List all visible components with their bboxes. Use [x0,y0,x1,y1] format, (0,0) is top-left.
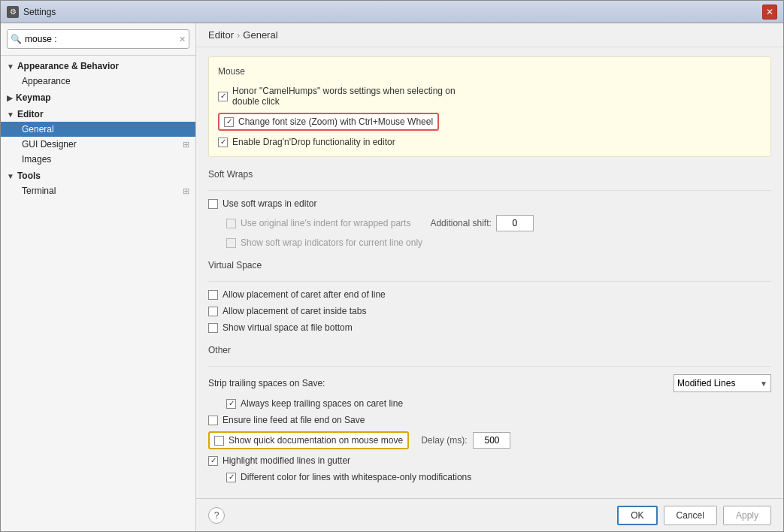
checkbox-diff-whitespace[interactable] [226,473,236,482]
content-area: 🔍 ✕ ▼ Appearance & Behavior Appearance [1,23,783,531]
delay-label: Delay (ms): [421,435,467,446]
strip-trailing-value: Modified Lines [677,378,735,388]
label-caret-inside-tabs: Allow placement of caret inside tabs [222,306,366,316]
option-virtual-space-bottom: Show virtual space at file bottom [208,322,771,333]
sidebar-item-label: General [22,124,54,135]
quick-doc-highlight: Show quick documentation on mouse move [208,431,409,449]
other-section: Other Strip trailing spaces on Save: Mod… [208,345,771,482]
sidebar-item-general[interactable]: General [1,122,195,137]
settings-content: Mouse Honor "CamelHumps" words settings … [196,47,783,498]
label-line-feed: Ensure line feed at file end on Save [222,415,365,425]
label-highlight-modified: Highlight modified lines in gutter [222,455,350,466]
expand-arrow-keymap: ▶ [7,94,13,102]
close-button[interactable]: ✕ [762,5,777,20]
expand-arrow-editor: ▼ [7,110,14,119]
strip-trailing-label: Strip trailing spaces on Save: [208,378,325,388]
sidebar-item-tools[interactable]: ▼ Tools [1,168,195,183]
sidebar-item-keymap[interactable]: ▶ Keymap [1,90,195,105]
sidebar-item-label: Tools [17,171,41,181]
nav-section-tools: ▼ Tools Terminal ⊞ [1,168,195,198]
checkbox-wrap-indicators[interactable] [226,238,236,248]
virtual-space-title: Virtual Space [208,260,771,274]
delay-input[interactable] [473,432,510,449]
title-bar: ⚙ Settings ✕ [1,1,783,23]
option-highlight-modified: Highlight modified lines in gutter [208,455,771,466]
option-use-soft-wraps: Use soft wraps in editor [208,198,771,209]
option-camel-humps: Honor "CamelHumps" words settings when s… [218,86,761,107]
sidebar-item-label: Images [22,154,51,165]
sidebar-item-label: Editor [17,109,44,119]
checkbox-quick-doc[interactable] [214,436,224,446]
sidebar-item-label: Appearance [22,76,71,86]
sidebar-item-terminal[interactable]: Terminal ⊞ [1,183,195,198]
sidebar-item-images[interactable]: Images [1,152,195,167]
option-wrap-indicators: Show soft wrap indicators for current li… [208,237,771,248]
checkbox-camel-humps[interactable] [218,92,228,101]
nav-section-keymap: ▶ Keymap [1,90,195,105]
ok-button[interactable]: OK [617,506,657,525]
soft-wraps-title: Soft Wraps [208,169,771,183]
option-diff-whitespace: Different color for lines with whitespac… [208,472,771,482]
search-clear-icon[interactable]: ✕ [179,35,186,44]
footer-left: ? [208,507,225,524]
sidebar: 🔍 ✕ ▼ Appearance & Behavior Appearance [1,23,196,531]
settings-window: ⚙ Settings ✕ 🔍 ✕ ▼ Appearance & Behavior [0,0,784,532]
checkbox-caret-inside-tabs[interactable] [208,307,218,316]
label-virtual-space-bottom: Show virtual space at file bottom [222,322,353,333]
search-wrapper[interactable]: 🔍 ✕ [7,29,189,49]
cancel-button[interactable]: Cancel [664,506,717,525]
search-input[interactable] [25,34,179,44]
additional-shift-input[interactable] [496,215,534,231]
checkbox-caret-end-of-line[interactable] [208,290,218,300]
sidebar-item-appearance[interactable]: Appearance [1,74,195,89]
nav-tree: ▼ Appearance & Behavior Appearance ▶ Key… [1,56,195,531]
terminal-icon: ⊞ [183,186,189,196]
strip-trailing-dropdown[interactable]: Modified Lines ▼ [674,374,771,392]
nav-section-appearance-behavior: ▼ Appearance & Behavior Appearance [1,59,195,89]
search-bar: 🔍 ✕ [1,23,195,56]
other-title: Other [208,345,771,358]
option-quick-doc: Show quick documentation on mouse move D… [208,431,771,449]
sidebar-item-appearance-behavior[interactable]: ▼ Appearance & Behavior [1,59,195,74]
label-drag-drop: Enable Drag'n'Drop functionality in edit… [232,137,395,147]
mouse-section-title: Mouse [218,66,761,80]
option-keep-trailing-caret: Always keep trailing spaces on caret lin… [208,398,771,409]
main-panel: Editor › General Mouse Honor "CamelHumps… [196,23,783,531]
virtual-space-section: Virtual Space Allow placement of caret a… [208,260,771,333]
label-wrap-indicators: Show soft wrap indicators for current li… [241,237,422,248]
option-original-indent: Use original line's indent for wrapped p… [208,215,771,231]
label-use-soft-wraps: Use soft wraps in editor [222,198,316,209]
breadcrumb-editor: Editor [208,29,234,41]
nav-section-editor: ▼ Editor General GUI Designer ⊞ Images [1,107,195,167]
help-button[interactable]: ? [208,507,225,524]
checkbox-drag-drop[interactable] [218,138,228,147]
option-font-size-zoom: Change font size (Zoom) with Ctrl+Mouse … [218,113,761,131]
label-font-size-zoom: Change font size (Zoom) with Ctrl+Mouse … [238,116,433,127]
sidebar-item-label: Terminal [22,186,56,196]
checkbox-keep-trailing-caret[interactable] [226,399,236,409]
additional-shift-label: Additional shift: [430,218,491,228]
sidebar-item-label: Appearance & Behavior [17,61,119,71]
strip-trailing-row: Strip trailing spaces on Save: Modified … [208,374,771,392]
checkbox-font-size-zoom[interactable] [224,117,234,127]
dropdown-arrow-icon: ▼ [760,379,767,388]
checkbox-use-soft-wraps[interactable] [208,199,218,209]
label-keep-trailing-caret: Always keep trailing spaces on caret lin… [241,398,403,409]
apply-button[interactable]: Apply [723,506,771,525]
sidebar-item-gui-designer[interactable]: GUI Designer ⊞ [1,137,195,152]
sidebar-item-label: GUI Designer [22,139,77,150]
checkbox-original-indent[interactable] [226,219,236,228]
checkbox-virtual-space-bottom[interactable] [208,323,218,333]
highlighted-font-size-option: Change font size (Zoom) with Ctrl+Mouse … [218,113,439,131]
gui-designer-icon: ⊞ [183,140,189,150]
breadcrumb-separator: › [237,29,240,41]
option-drag-drop: Enable Drag'n'Drop functionality in edit… [218,137,761,147]
app-icon: ⚙ [7,6,19,18]
sidebar-item-label: Keymap [16,92,51,103]
checkbox-highlight-modified[interactable] [208,456,218,466]
checkbox-line-feed[interactable] [208,416,218,425]
label-caret-end-of-line: Allow placement of caret after end of li… [222,289,386,300]
label-diff-whitespace: Different color for lines with whitespac… [241,472,471,482]
breadcrumb-general: General [243,29,277,41]
sidebar-item-editor[interactable]: ▼ Editor [1,107,195,122]
